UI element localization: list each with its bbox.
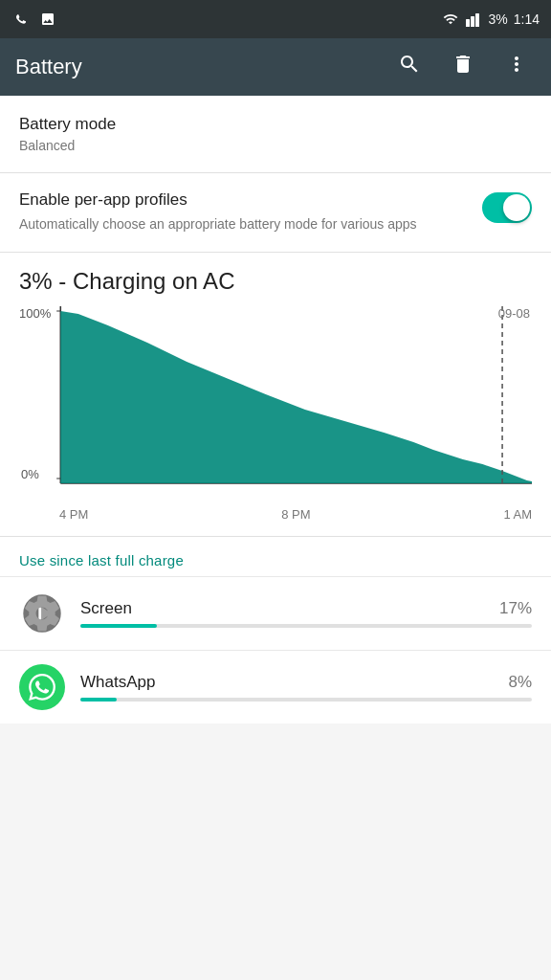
svg-rect-1 bbox=[471, 16, 474, 27]
chart-x-label-1am: 1 AM bbox=[503, 507, 532, 522]
battery-chart-section: 3% - Charging on AC 09-08 100% 0% 4 PM 8… bbox=[0, 253, 551, 537]
battery-mode-value: Balanced bbox=[19, 138, 532, 153]
top-app-bar: Battery bbox=[0, 38, 551, 96]
per-app-profiles-text: Enable per-app profiles Automatically ch… bbox=[19, 190, 482, 234]
chart-x-labels: 4 PM 8 PM 1 AM bbox=[19, 501, 532, 533]
svg-marker-5 bbox=[60, 311, 532, 483]
chart-x-label-8pm: 8 PM bbox=[281, 507, 310, 522]
screen-icon-container bbox=[19, 590, 65, 636]
toggle-knob bbox=[503, 194, 530, 221]
status-time: 1:14 bbox=[514, 11, 540, 27]
chart-date-label: 09-08 bbox=[498, 306, 530, 321]
chart-y-label-100: 100% bbox=[19, 306, 51, 321]
svg-rect-2 bbox=[475, 13, 479, 27]
status-bar: 3% 1:14 bbox=[0, 0, 551, 38]
whatsapp-icon bbox=[19, 664, 65, 710]
screen-progress-bg bbox=[80, 624, 532, 628]
chart-x-label-4pm: 4 PM bbox=[59, 507, 88, 522]
whatsapp-status-icon bbox=[11, 10, 31, 29]
whatsapp-progress-bg bbox=[80, 698, 532, 702]
whatsapp-progress-fill bbox=[80, 698, 117, 702]
svg-rect-0 bbox=[466, 19, 470, 27]
per-app-profiles-title: Enable per-app profiles bbox=[19, 190, 467, 210]
status-bar-right-icons: 3% 1:14 bbox=[441, 11, 540, 27]
whatsapp-usage-info: WhatsApp 8% bbox=[80, 673, 532, 702]
page-title: Battery bbox=[15, 55, 375, 79]
battery-percent: 3% bbox=[489, 11, 508, 27]
per-app-profiles-section[interactable]: Enable per-app profiles Automatically ch… bbox=[0, 173, 551, 253]
whatsapp-name-row: WhatsApp 8% bbox=[80, 673, 532, 692]
gallery-status-icon bbox=[38, 11, 57, 27]
battery-mode-label: Battery mode bbox=[19, 115, 532, 134]
battery-mode-section[interactable]: Battery mode Balanced bbox=[0, 96, 551, 173]
per-app-profiles-toggle[interactable] bbox=[482, 192, 532, 223]
chart-y-label-0: 0% bbox=[21, 467, 39, 481]
screen-icon bbox=[21, 592, 63, 635]
more-options-button[interactable] bbox=[497, 45, 536, 89]
usage-item-screen[interactable]: Screen 17% bbox=[0, 576, 551, 650]
battery-chart-container: 09-08 100% 0% 4 PM 8 PM 1 AM bbox=[19, 306, 532, 536]
whatsapp-icon-container bbox=[19, 664, 65, 710]
usage-item-whatsapp[interactable]: WhatsApp 8% bbox=[0, 650, 551, 724]
search-button[interactable] bbox=[390, 45, 429, 89]
delete-button[interactable] bbox=[444, 45, 482, 89]
signal-icon bbox=[466, 11, 483, 27]
wifi-icon bbox=[441, 11, 460, 27]
screen-percent: 17% bbox=[499, 599, 532, 618]
screen-progress-fill bbox=[80, 624, 157, 628]
use-since-header: Use since last full charge bbox=[0, 537, 551, 576]
status-bar-left-icons bbox=[11, 10, 57, 29]
battery-chart-svg bbox=[19, 306, 532, 498]
screen-usage-info: Screen 17% bbox=[80, 599, 532, 628]
screen-name-row: Screen 17% bbox=[80, 599, 532, 618]
screen-label: Screen bbox=[80, 599, 132, 618]
per-app-profiles-description: Automatically choose an appropriate batt… bbox=[19, 215, 467, 234]
charging-status-label: 3% - Charging on AC bbox=[19, 268, 532, 295]
whatsapp-percent: 8% bbox=[508, 673, 532, 692]
use-since-title: Use since last full charge bbox=[19, 552, 532, 568]
whatsapp-label: WhatsApp bbox=[80, 673, 155, 692]
